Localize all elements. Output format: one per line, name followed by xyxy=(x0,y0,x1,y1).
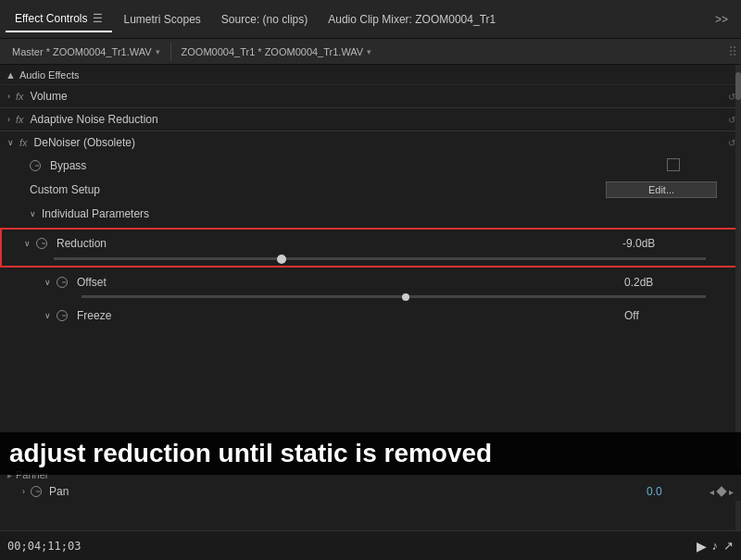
export-icon[interactable]: ↗ xyxy=(723,539,734,553)
tab-effect-controls[interactable]: Effect Controls ☰ xyxy=(6,6,112,32)
bypass-label: Bypass xyxy=(50,159,86,172)
volume-expand[interactable]: › xyxy=(7,92,10,101)
reduction-row: ∨ Reduction -9.0dB xyxy=(2,230,739,255)
pan-value[interactable]: 0.0 xyxy=(647,485,662,498)
offset-slider-row xyxy=(0,295,741,302)
offset-clock[interactable] xyxy=(57,277,68,288)
offset-slider-thumb[interactable] xyxy=(402,293,409,301)
denoiser-row: ∨ fx DeNoiser (Obsolete) ↺ xyxy=(0,131,741,154)
adaptive-expand[interactable]: › xyxy=(7,115,10,124)
freeze-row: ∨ Freeze Off xyxy=(0,302,741,330)
freeze-clock[interactable] xyxy=(57,310,68,321)
offset-row: ∨ Offset 0.2dB xyxy=(0,269,741,295)
tab-audio-label: Audio Clip Mixer: ZOOM0004_Tr1 xyxy=(328,13,496,26)
tab-audio-clip-mixer[interactable]: Audio Clip Mixer: ZOOM0004_Tr1 xyxy=(319,7,505,31)
adaptive-noise-row: › fx Adaptive Noise Reduction ↺ xyxy=(0,108,741,131)
custom-setup-row: Custom Setup Edit... xyxy=(0,178,741,202)
reduction-label: Reduction xyxy=(57,237,107,250)
offset-expand[interactable]: ∨ xyxy=(44,278,51,287)
audio-effects-section: ▲ Audio Effects xyxy=(0,65,741,85)
freeze-value[interactable]: Off xyxy=(624,309,639,322)
audio-effects-label: Audio Effects xyxy=(19,69,80,81)
pan-nav: ◂ ▸ xyxy=(710,487,734,497)
reduction-expand[interactable]: ∨ xyxy=(24,239,31,248)
offset-slider-track[interactable] xyxy=(82,295,706,298)
reduction-slider-thumb[interactable] xyxy=(277,255,286,264)
adaptive-fx-tag: fx xyxy=(16,114,24,125)
freeze-expand[interactable]: ∨ xyxy=(44,311,51,320)
music-icon[interactable]: ♪ xyxy=(712,539,719,553)
reduction-section: ∨ Reduction -9.0dB xyxy=(0,228,741,268)
tab-overflow[interactable]: >> xyxy=(708,13,735,26)
individual-params-label: Individual Parameters xyxy=(42,207,149,220)
edit-button[interactable]: Edit... xyxy=(606,181,717,198)
clip-tab-zoom[interactable]: ZOOM0004_Tr1 * ZOOM0004_Tr1.WAV ▾ xyxy=(173,42,381,62)
individual-params-expand[interactable]: ∨ xyxy=(30,209,36,218)
pan-expand[interactable]: › xyxy=(22,487,25,496)
tab-bar: Effect Controls ☰ Lumetri Scopes Source:… xyxy=(0,0,741,39)
clip-tab-master-dropdown[interactable]: ▾ xyxy=(156,47,160,56)
denoiser-fx-tag: fx xyxy=(19,137,28,148)
tab-lumetri-label: Lumetri Scopes xyxy=(123,13,200,26)
individual-params-row: ∨ Individual Parameters xyxy=(0,202,741,226)
clip-tab-master[interactable]: Master * ZOOM0004_Tr1.WAV ▾ xyxy=(4,42,169,62)
bottom-bar: 00;04;11;03 ▶ ♪ ↗ xyxy=(0,530,741,560)
freeze-label: Freeze xyxy=(77,309,111,322)
pan-nav-right[interactable]: ▸ xyxy=(729,487,734,497)
reduction-value[interactable]: -9.0dB xyxy=(622,237,655,250)
tab-source[interactable]: Source: (no clips) xyxy=(212,7,317,31)
pan-clock[interactable] xyxy=(31,486,42,497)
tab-effect-controls-label: Effect Controls xyxy=(15,12,87,25)
volume-row: › fx Volume ↺ xyxy=(0,85,741,107)
custom-setup-label: Custom Setup xyxy=(30,183,100,196)
pan-label: Pan xyxy=(49,485,69,498)
volume-reset[interactable]: ↺ xyxy=(728,92,735,102)
pan-row: › Pan 0.0 ◂ ▸ xyxy=(0,482,741,501)
clip-tab-resize: ⠿ xyxy=(728,44,737,59)
tab-lumetri-scopes[interactable]: Lumetri Scopes xyxy=(114,7,209,31)
offset-label: Offset xyxy=(77,276,107,289)
bypass-clock[interactable] xyxy=(30,160,41,171)
subtitle-overlay: adjust reduction until static is removed xyxy=(0,432,741,475)
clip-tab-master-label: Master * ZOOM0004_Tr1.WAV xyxy=(12,46,152,57)
clip-tab-zoom-label: ZOOM0004_Tr1 * ZOOM0004_Tr1.WAV xyxy=(182,46,364,57)
bottom-controls: ▶ ♪ ↗ xyxy=(697,539,735,554)
clip-tab-bar: Master * ZOOM0004_Tr1.WAV ▾ ZOOM0004_Tr1… xyxy=(0,39,741,65)
adaptive-label: Adaptive Noise Reduction xyxy=(31,113,158,126)
bypass-checkbox[interactable] xyxy=(667,158,680,171)
play-button[interactable]: ▶ xyxy=(697,539,707,554)
clip-tab-zoom-dropdown[interactable]: ▾ xyxy=(367,47,371,56)
volume-label: Volume xyxy=(31,90,68,103)
denoiser-label: DeNoiser (Obsolete) xyxy=(34,136,135,149)
denoiser-reset[interactable]: ↺ xyxy=(728,138,735,148)
pan-nav-left[interactable]: ◂ xyxy=(710,487,714,497)
tab-menu-icon[interactable]: ☰ xyxy=(93,12,103,25)
reduction-clock[interactable] xyxy=(36,238,47,249)
timecode: 00;04;11;03 xyxy=(7,540,81,553)
reduction-slider-container xyxy=(2,255,739,266)
main-content: ▲ Audio Effects › fx Volume ↺ › fx Adapt… xyxy=(0,65,741,530)
volume-fx-tag: fx xyxy=(16,91,24,102)
audio-effects-expand[interactable]: ▲ xyxy=(6,69,16,81)
denoiser-expand[interactable]: ∨ xyxy=(7,138,14,147)
adaptive-reset[interactable]: ↺ xyxy=(728,115,735,125)
bypass-row: Bypass xyxy=(0,154,741,178)
clip-tab-divider xyxy=(170,43,171,61)
offset-value[interactable]: 0.2dB xyxy=(624,276,653,289)
pan-nav-diamond[interactable] xyxy=(716,486,726,496)
tab-source-label: Source: (no clips) xyxy=(221,13,308,26)
reduction-slider-track[interactable] xyxy=(54,257,706,260)
subtitle-text: adjust reduction until static is removed xyxy=(9,439,492,467)
